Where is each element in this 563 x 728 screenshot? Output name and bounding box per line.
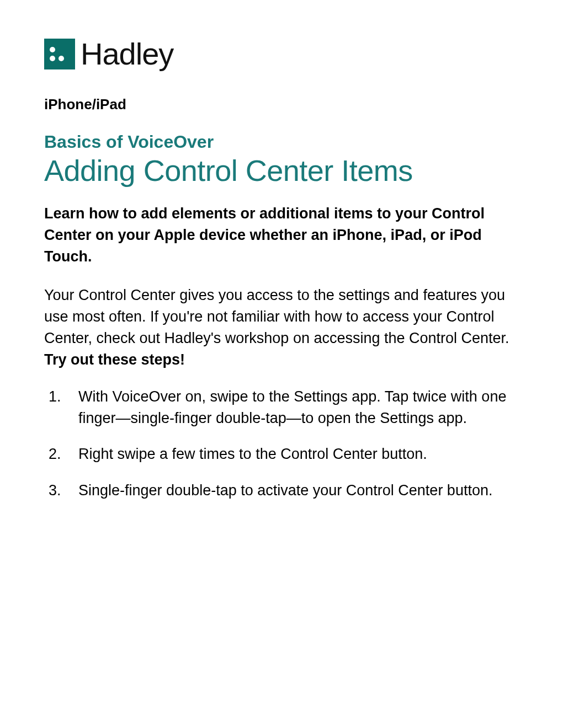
document-title: Adding Control Center Items (44, 153, 519, 188)
document-subtitle: Basics of VoiceOver (44, 132, 519, 152)
intro-bold-text: Try out these steps! (44, 351, 185, 368)
step-item: Right swipe a few times to the Control C… (44, 443, 519, 465)
logo-text: Hadley (81, 39, 173, 69)
logo: Hadley (44, 39, 519, 69)
category-label: iPhone/iPad (44, 96, 519, 113)
logo-mark-icon (44, 39, 75, 69)
step-item: With VoiceOver on, swipe to the Settings… (44, 386, 519, 429)
steps-list: With VoiceOver on, swipe to the Settings… (44, 386, 519, 501)
intro-paragraph: Your Control Center gives you access to … (44, 285, 519, 371)
step-item: Single-finger double-tap to activate you… (44, 480, 519, 501)
lead-paragraph: Learn how to add elements or additional … (44, 203, 519, 267)
intro-text: Your Control Center gives you access to … (44, 287, 509, 346)
